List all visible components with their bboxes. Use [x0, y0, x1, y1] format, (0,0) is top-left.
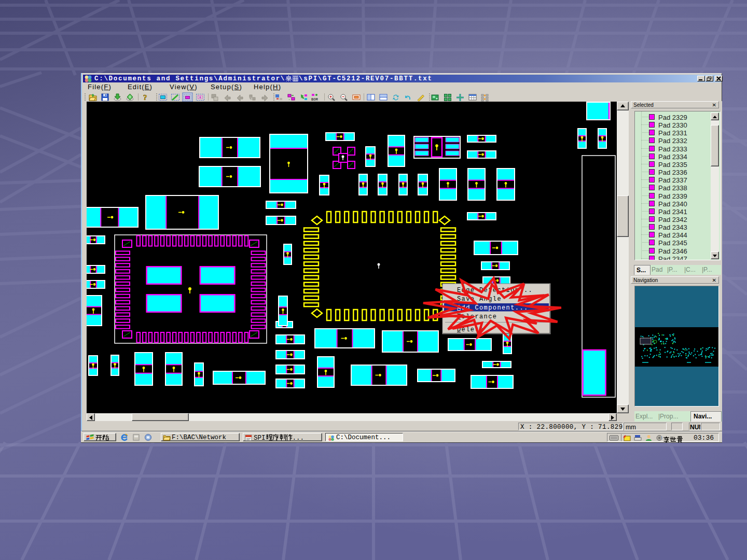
svg-text:?: ?: [143, 93, 147, 102]
svg-text:BOM: BOM: [311, 97, 318, 102]
